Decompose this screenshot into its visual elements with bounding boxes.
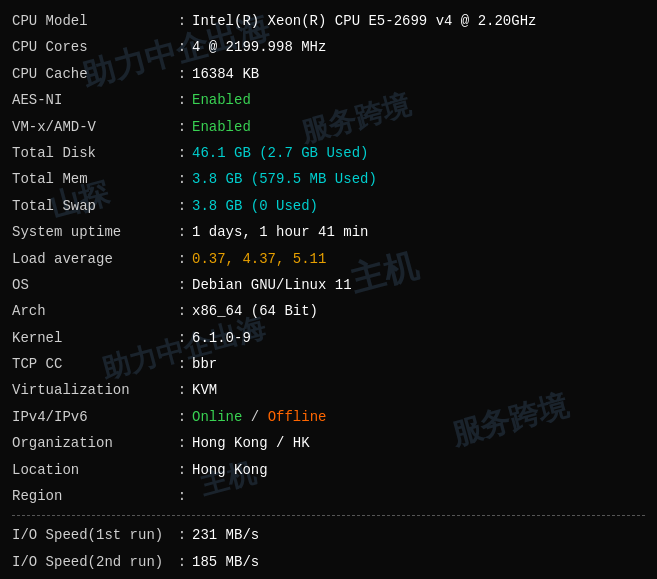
label-cpu-cache: CPU Cache bbox=[12, 63, 172, 85]
colon-ipv4-ipv6: : bbox=[172, 406, 192, 428]
label-cpu-model: CPU Model bbox=[12, 10, 172, 32]
ipv-separator: / bbox=[242, 409, 267, 425]
colon-cpu-cache: : bbox=[172, 63, 192, 85]
value-total-swap: 3.8 GB (0 Used) bbox=[192, 195, 645, 217]
label-location: Location bbox=[12, 459, 172, 481]
row-region: Region : bbox=[12, 483, 645, 509]
colon-cpu-model: : bbox=[172, 10, 192, 32]
colon-tcp-cc: : bbox=[172, 353, 192, 375]
value-total-mem: 3.8 GB (579.5 MB Used) bbox=[192, 168, 645, 190]
label-aes-ni: AES-NI bbox=[12, 89, 172, 111]
value-vmx-amdv: Enabled bbox=[192, 116, 645, 138]
colon-cpu-cores: : bbox=[172, 36, 192, 58]
row-io-3rd: I/O Speed(3rd run) : 232 MB/s bbox=[12, 575, 645, 579]
label-tcp-cc: TCP CC bbox=[12, 353, 172, 375]
colon-region: : bbox=[172, 485, 192, 507]
row-aes-ni: AES-NI : Enabled bbox=[12, 87, 645, 113]
row-location: Location : Hong Kong bbox=[12, 457, 645, 483]
value-total-disk: 46.1 GB (2.7 GB Used) bbox=[192, 142, 645, 164]
colon-organization: : bbox=[172, 432, 192, 454]
row-virtualization: Virtualization : KVM bbox=[12, 377, 645, 403]
value-cpu-model: Intel(R) Xeon(R) CPU E5-2699 v4 @ 2.20GH… bbox=[192, 10, 645, 32]
online-status: Online bbox=[192, 409, 242, 425]
value-io-1st: 231 MB/s bbox=[192, 524, 645, 546]
row-io-1st: I/O Speed(1st run) : 231 MB/s bbox=[12, 522, 645, 548]
row-kernel: Kernel : 6.1.0-9 bbox=[12, 325, 645, 351]
label-arch: Arch bbox=[12, 300, 172, 322]
value-cpu-cache: 16384 KB bbox=[192, 63, 645, 85]
value-tcp-cc: bbr bbox=[192, 353, 645, 375]
value-location: Hong Kong bbox=[192, 459, 645, 481]
label-total-swap: Total Swap bbox=[12, 195, 172, 217]
colon-vmx-amdv: : bbox=[172, 116, 192, 138]
label-cpu-cores: CPU Cores bbox=[12, 36, 172, 58]
value-load-average: 0.37, 4.37, 5.11 bbox=[192, 248, 645, 270]
label-load-average: Load average bbox=[12, 248, 172, 270]
row-total-swap: Total Swap : 3.8 GB (0 Used) bbox=[12, 193, 645, 219]
value-system-uptime: 1 days, 1 hour 41 min bbox=[192, 221, 645, 243]
row-arch: Arch : x86_64 (64 Bit) bbox=[12, 298, 645, 324]
label-vmx-amdv: VM-x/AMD-V bbox=[12, 116, 172, 138]
colon-total-mem: : bbox=[172, 168, 192, 190]
row-cpu-cores: CPU Cores : 4 @ 2199.998 MHz bbox=[12, 34, 645, 60]
label-virtualization: Virtualization bbox=[12, 379, 172, 401]
main-container: CPU Model : Intel(R) Xeon(R) CPU E5-2699… bbox=[0, 0, 657, 579]
colon-arch: : bbox=[172, 300, 192, 322]
value-arch: x86_64 (64 Bit) bbox=[192, 300, 645, 322]
label-io-1st: I/O Speed(1st run) bbox=[12, 524, 172, 546]
value-organization: Hong Kong / HK bbox=[192, 432, 645, 454]
row-cpu-model: CPU Model : Intel(R) Xeon(R) CPU E5-2699… bbox=[12, 8, 645, 34]
value-kernel: 6.1.0-9 bbox=[192, 327, 645, 349]
value-ipv4-ipv6: Online / Offline bbox=[192, 406, 645, 428]
label-os: OS bbox=[12, 274, 172, 296]
value-cpu-cores: 4 @ 2199.998 MHz bbox=[192, 36, 645, 58]
offline-status: Offline bbox=[268, 409, 327, 425]
row-organization: Organization : Hong Kong / HK bbox=[12, 430, 645, 456]
value-virtualization: KVM bbox=[192, 379, 645, 401]
colon-kernel: : bbox=[172, 327, 192, 349]
colon-io-1st: : bbox=[172, 524, 192, 546]
row-ipv4-ipv6: IPv4/IPv6 : Online / Offline bbox=[12, 404, 645, 430]
colon-total-disk: : bbox=[172, 142, 192, 164]
row-tcp-cc: TCP CC : bbr bbox=[12, 351, 645, 377]
row-total-disk: Total Disk : 46.1 GB (2.7 GB Used) bbox=[12, 140, 645, 166]
label-organization: Organization bbox=[12, 432, 172, 454]
colon-aes-ni: : bbox=[172, 89, 192, 111]
label-total-disk: Total Disk bbox=[12, 142, 172, 164]
row-io-2nd: I/O Speed(2nd run) : 185 MB/s bbox=[12, 549, 645, 575]
label-io-2nd: I/O Speed(2nd run) bbox=[12, 551, 172, 573]
value-aes-ni: Enabled bbox=[192, 89, 645, 111]
colon-location: : bbox=[172, 459, 192, 481]
label-system-uptime: System uptime bbox=[12, 221, 172, 243]
row-system-uptime: System uptime : 1 days, 1 hour 41 min bbox=[12, 219, 645, 245]
section-divider bbox=[12, 515, 645, 516]
colon-io-2nd: : bbox=[172, 551, 192, 573]
value-os: Debian GNU/Linux 11 bbox=[192, 274, 645, 296]
colon-system-uptime: : bbox=[172, 221, 192, 243]
row-vmx-amdv: VM-x/AMD-V : Enabled bbox=[12, 114, 645, 140]
colon-virtualization: : bbox=[172, 379, 192, 401]
label-total-mem: Total Mem bbox=[12, 168, 172, 190]
row-total-mem: Total Mem : 3.8 GB (579.5 MB Used) bbox=[12, 166, 645, 192]
label-region: Region bbox=[12, 485, 172, 507]
row-cpu-cache: CPU Cache : 16384 KB bbox=[12, 61, 645, 87]
value-io-2nd: 185 MB/s bbox=[192, 551, 645, 573]
colon-total-swap: : bbox=[172, 195, 192, 217]
colon-load-average: : bbox=[172, 248, 192, 270]
label-ipv4-ipv6: IPv4/IPv6 bbox=[12, 406, 172, 428]
colon-os: : bbox=[172, 274, 192, 296]
label-kernel: Kernel bbox=[12, 327, 172, 349]
row-load-average: Load average : 0.37, 4.37, 5.11 bbox=[12, 246, 645, 272]
row-os: OS : Debian GNU/Linux 11 bbox=[12, 272, 645, 298]
